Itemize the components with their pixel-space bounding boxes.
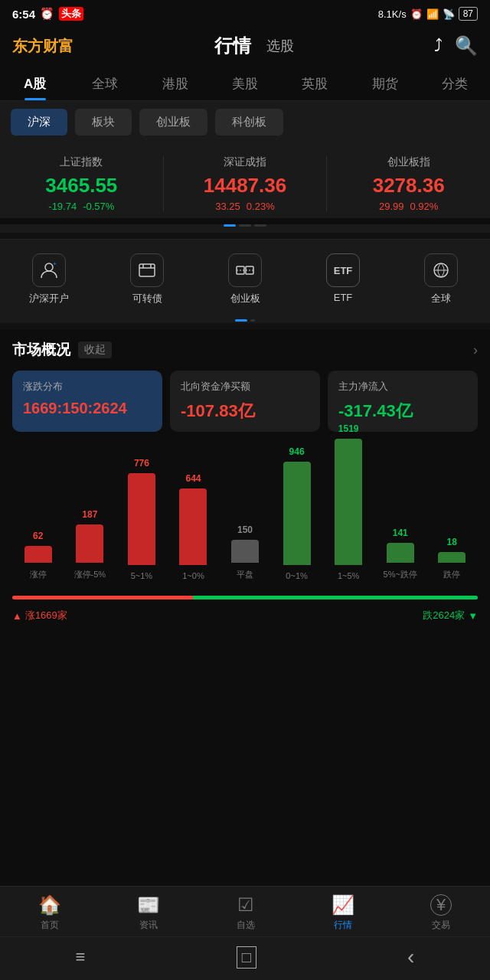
quick-nav-global-label: 全球 — [431, 292, 451, 305]
tab-a-shares[interactable]: A股 — [0, 64, 70, 100]
index-dot-1 — [224, 224, 236, 227]
rise-fall-summary: ▲ 涨1669家 跌2624家 ▼ — [0, 606, 490, 632]
arrow-up-icon: ▲ — [12, 610, 22, 622]
nav-dot-1 — [235, 319, 247, 322]
system-menu-icon[interactable]: ≡ — [76, 947, 86, 967]
system-nav: ≡ □ ‹ — [0, 936, 490, 980]
bottom-nav-news[interactable]: 📰 资讯 — [137, 894, 160, 932]
bar-label-top-0: 62 — [33, 531, 43, 541]
header-nav-item-market[interactable]: 行情 — [214, 34, 251, 58]
status-time: 6:54 — [12, 8, 35, 21]
watchlist-label: 自选 — [237, 919, 255, 932]
bottom-nav-watchlist[interactable]: ☑ 自选 — [237, 894, 255, 932]
bar-group-0: 62涨停 — [12, 531, 64, 580]
index-shenzhen[interactable]: 深证成指 14487.36 33.25 0.23% — [164, 155, 328, 212]
account-icon: + — [32, 253, 66, 287]
quick-nav-etf[interactable]: ETF ETF — [294, 249, 392, 310]
svg-point-0 — [45, 263, 53, 271]
index-dots — [0, 224, 490, 233]
index-shanghai-name: 上证指数 — [6, 155, 157, 169]
bottom-nav-bar: 🏠 首页 📰 资讯 ☑ 自选 📈 行情 ¥ 交易 — [0, 887, 490, 936]
collapse-button[interactable]: 收起 — [78, 341, 112, 358]
svg-text:+: + — [53, 260, 57, 267]
home-label: 首页 — [41, 919, 59, 932]
status-right-group: 8.1K/s ⏰ 📶 📡 87 — [378, 7, 478, 21]
bar-label-top-6: 1519 — [338, 423, 359, 434]
bottom-nav-market[interactable]: 📈 行情 — [332, 894, 354, 932]
chevron-right-icon[interactable]: › — [473, 342, 478, 358]
search-icon[interactable]: 🔍 — [455, 35, 478, 57]
card-main-flow[interactable]: 主力净流入 -317.43亿 — [328, 371, 478, 432]
arrow-down-icon: ▼ — [468, 610, 478, 622]
bar-element-2 — [128, 473, 155, 565]
card-north-title: 北向资金净买额 — [181, 380, 309, 394]
signal-icon: 📶 — [426, 8, 439, 20]
bar-label-top-1: 187 — [82, 509, 97, 520]
card-rise-fall[interactable]: 涨跌分布 1669:150:2624 — [12, 371, 162, 432]
market-overview-title-group: 市场概况 收起 — [12, 340, 112, 360]
sub-tab-sector[interactable]: 板块 — [75, 109, 132, 136]
bar-group-2: 7765~1% — [116, 458, 168, 580]
quick-nav-global[interactable]: 全球 — [392, 249, 490, 310]
tab-hk[interactable]: 港股 — [140, 64, 210, 100]
divider-2 — [0, 323, 490, 329]
header: 东方财富 行情 选股 ⤴ 🔍 — [0, 28, 490, 64]
tab-global[interactable]: 全球 — [70, 64, 139, 100]
index-chinext[interactable]: 创业板指 3278.36 29.99 0.92% — [327, 155, 490, 212]
fall-count-label: 跌2624家 — [423, 609, 465, 622]
app-logo: 东方财富 — [12, 36, 74, 57]
bond-icon — [130, 253, 164, 287]
share-icon[interactable]: ⤴ — [434, 36, 443, 56]
system-back-icon[interactable]: ‹ — [407, 945, 414, 969]
bottom-spacer — [0, 632, 490, 739]
bottom-nav-trade[interactable]: ¥ 交易 — [430, 894, 452, 932]
bar-group-8: 18跌停 — [426, 537, 479, 580]
index-shanghai[interactable]: 上证指数 3465.55 -19.74 -0.57% — [0, 155, 164, 212]
market-overview-header: 市场概况 收起 › — [12, 340, 478, 360]
market-label: 行情 — [334, 919, 352, 932]
battery-icon: 87 — [459, 7, 478, 21]
quick-nav-indicator — [0, 315, 490, 323]
index-shenzhen-change: 33.25 0.23% — [170, 201, 321, 212]
index-shanghai-value: 3465.55 — [6, 174, 157, 198]
bar-label-bottom-6: 1~5% — [338, 571, 359, 580]
sub-tab-hudepth[interactable]: 沪深 — [11, 109, 67, 136]
watchlist-icon: ☑ — [237, 894, 254, 916]
tab-futures[interactable]: 期货 — [350, 64, 420, 100]
rise-fall-progress-bar — [12, 596, 478, 599]
fall-count: 跌2624家 ▼ — [423, 609, 478, 622]
bar-group-6: 15191~5% — [322, 423, 374, 580]
index-chinext-value: 3278.36 — [333, 174, 484, 198]
bar-chart: 62涨停187涨停-5%7765~1%6441~0%150平盘9460~1%15… — [12, 443, 478, 580]
quick-nav-chinext[interactable]: 创业板 — [196, 249, 294, 310]
index-chinext-name: 创业板指 — [333, 155, 484, 169]
market-cards: 涨跌分布 1669:150:2624 北向资金净买额 -107.83亿 主力净流… — [12, 371, 478, 432]
alarm-icon: ⏰ — [40, 7, 54, 21]
tab-category[interactable]: 分类 — [420, 64, 490, 100]
quick-nav: + 沪深开户 可转债 创业板 ETF ETF — [0, 239, 490, 315]
card-north-value: -107.83亿 — [181, 400, 309, 423]
system-home-icon[interactable]: □ — [237, 946, 256, 969]
header-nav-item-select[interactable]: 选股 — [266, 37, 294, 55]
card-north-flow[interactable]: 北向资金净买额 -107.83亿 — [170, 371, 320, 432]
bar-element-0 — [24, 546, 52, 563]
bar-label-top-3: 644 — [185, 473, 201, 484]
quick-nav-bond[interactable]: 可转债 — [98, 249, 196, 310]
market-overview-title: 市场概况 — [12, 340, 70, 360]
sub-tab-star[interactable]: 科创板 — [215, 109, 283, 136]
quick-nav-account[interactable]: + 沪深开户 — [0, 249, 98, 310]
quick-nav-bond-label: 可转债 — [132, 292, 162, 305]
tab-us[interactable]: 美股 — [210, 64, 279, 100]
bar-label-top-2: 776 — [134, 458, 149, 469]
tab-uk[interactable]: 英股 — [280, 64, 350, 100]
bar-label-bottom-2: 5~1% — [131, 571, 152, 580]
bar-element-8 — [438, 552, 466, 563]
quick-nav-etf-label: ETF — [334, 292, 353, 303]
card-main-value: -317.43亿 — [338, 400, 467, 423]
main-tab-bar: A股 全球 港股 美股 英股 期货 分类 — [0, 64, 490, 101]
index-shenzhen-name: 深证成指 — [170, 155, 321, 169]
divider-1 — [0, 233, 490, 239]
bottom-nav-home[interactable]: 🏠 首页 — [38, 894, 61, 932]
sub-tab-chinext[interactable]: 创业板 — [139, 109, 207, 136]
trade-icon: ¥ — [430, 894, 452, 916]
